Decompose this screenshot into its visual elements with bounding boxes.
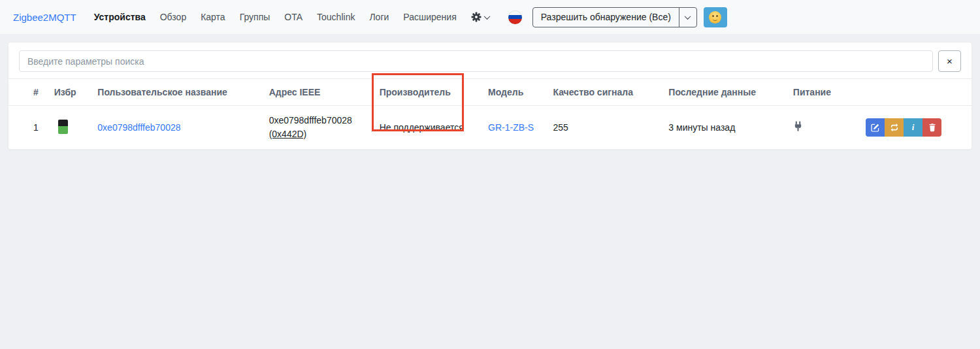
nav-item-dashboard[interactable]: Обзор bbox=[153, 7, 193, 27]
search-input[interactable] bbox=[19, 50, 933, 72]
column-header-index[interactable]: # bbox=[8, 79, 46, 106]
nav-item-extensions[interactable]: Расширения bbox=[396, 7, 463, 27]
trash-icon bbox=[928, 124, 936, 132]
column-header-ieee-address[interactable]: Адрес IEEE bbox=[261, 79, 372, 106]
nav-item-logs[interactable]: Логи bbox=[362, 7, 396, 27]
column-header-favorite[interactable]: Избр bbox=[46, 79, 90, 106]
row-actions-cell: i bbox=[858, 106, 972, 150]
permit-join-button-group: Разрешить обнаружение (Все) bbox=[532, 7, 697, 27]
plug-icon bbox=[793, 121, 803, 134]
navbar-right: Разрешить обнаружение (Все) bbox=[502, 7, 727, 27]
theme-toggle-button[interactable] bbox=[704, 7, 727, 27]
nav-item-map[interactable]: Карта bbox=[193, 7, 232, 27]
gear-icon bbox=[471, 12, 482, 22]
row-ieee-cell: 0xe0798dfffeb70028 (0x442D) bbox=[261, 106, 372, 150]
chevron-down-icon bbox=[483, 13, 490, 20]
column-header-model[interactable]: Модель bbox=[480, 79, 545, 106]
column-header-manufacturer[interactable]: Производитель bbox=[372, 79, 480, 106]
row-actions-group: i bbox=[866, 118, 941, 137]
edit-button[interactable] bbox=[866, 118, 885, 137]
row-favorite-cell bbox=[46, 106, 90, 150]
column-header-power[interactable]: Питание bbox=[785, 79, 858, 106]
row-index: 1 bbox=[8, 106, 46, 150]
top-navbar: Zigbee2MQTT Устройства Обзор Карта Групп… bbox=[0, 0, 980, 34]
reconfigure-button[interactable] bbox=[885, 118, 904, 137]
nav-item-groups[interactable]: Группы bbox=[233, 7, 278, 27]
model-link[interactable]: GR-1-ZB-S bbox=[488, 122, 534, 133]
retweet-icon bbox=[890, 123, 899, 132]
device-link[interactable]: 0xe0798dfffeb70028 bbox=[97, 122, 180, 133]
ieee-address: 0xe0798dfffeb70028 bbox=[269, 114, 364, 127]
device-thumbnail bbox=[58, 120, 68, 134]
table-row: 1 0xe0798dfffeb70028 0xe0798dfffeb70028 … bbox=[8, 106, 972, 150]
row-link-quality-cell: 255 bbox=[545, 106, 661, 150]
info-icon: i bbox=[912, 122, 915, 133]
row-manufacturer-cell: Не поддерживается bbox=[372, 106, 480, 150]
settings-dropdown[interactable] bbox=[464, 7, 497, 27]
nav-item-devices[interactable]: Устройства bbox=[87, 7, 153, 27]
chevron-down-icon bbox=[685, 13, 691, 20]
row-friendly-name-cell: 0xe0798dfffeb70028 bbox=[90, 106, 261, 150]
nav-item-ota[interactable]: OTA bbox=[277, 7, 310, 27]
devices-table: # Избр Пользовательское название Адрес I… bbox=[8, 78, 972, 149]
permit-join-dropdown-toggle[interactable] bbox=[679, 8, 696, 27]
row-model-cell: GR-1-ZB-S bbox=[480, 106, 545, 150]
info-button[interactable]: i bbox=[904, 118, 923, 137]
main-nav: Устройства Обзор Карта Группы OTA Touchl… bbox=[87, 7, 497, 27]
nav-item-touchlink[interactable]: Touchlink bbox=[310, 7, 362, 27]
clear-search-button[interactable]: × bbox=[938, 50, 961, 72]
network-address[interactable]: (0x442D) bbox=[269, 129, 307, 139]
row-power-cell bbox=[785, 106, 858, 150]
russian-flag-icon[interactable] bbox=[508, 10, 522, 24]
column-header-friendly-name[interactable]: Пользовательское название bbox=[90, 79, 261, 106]
smiley-emoji-icon bbox=[709, 11, 721, 24]
table-header-row: # Избр Пользовательское название Адрес I… bbox=[8, 79, 972, 106]
brand-link[interactable]: Zigbee2MQTT bbox=[13, 12, 76, 23]
column-header-link-quality[interactable]: Качество сигнала bbox=[545, 79, 661, 106]
pencil-square-icon bbox=[871, 124, 879, 132]
search-bar: × bbox=[8, 42, 972, 78]
column-header-last-seen[interactable]: Последние данные bbox=[661, 79, 785, 106]
row-last-seen-cell: 3 минуты назад bbox=[661, 106, 785, 150]
close-icon: × bbox=[947, 56, 953, 67]
devices-card: × # Избр Пользовательское название Адрес… bbox=[8, 42, 972, 150]
permit-join-button[interactable]: Разрешить обнаружение (Все) bbox=[533, 8, 679, 27]
column-header-actions bbox=[858, 79, 972, 106]
remove-button[interactable] bbox=[923, 118, 941, 137]
